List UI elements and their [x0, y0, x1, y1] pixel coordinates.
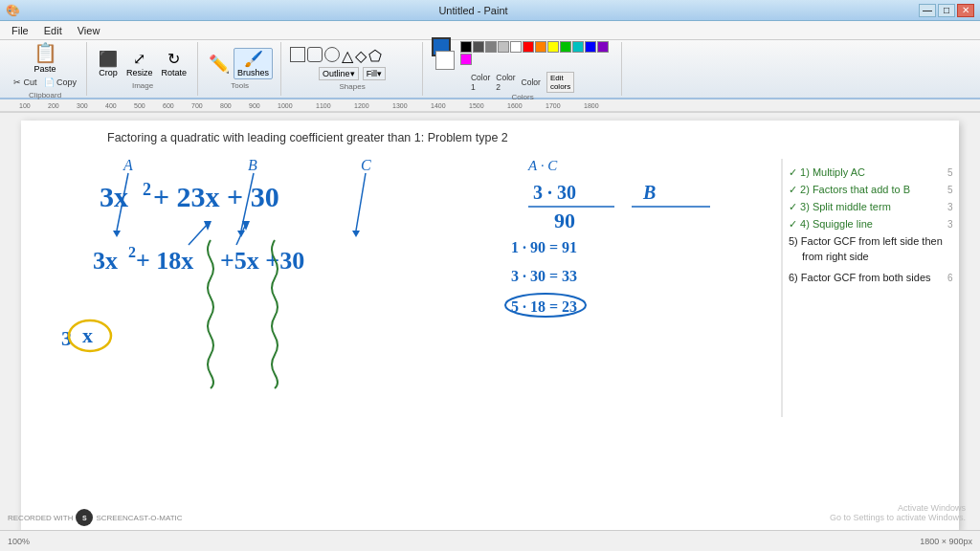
svg-text:6) Factor GCF from both sides: 6) Factor GCF from both sides [789, 272, 931, 283]
outline-btn[interactable]: Outline▾ [319, 67, 359, 80]
palette-lgray[interactable] [498, 41, 509, 53]
svg-text:+ 18x: + 18x [136, 247, 193, 275]
svg-text:100: 100 [19, 102, 31, 109]
svg-text:✓ 1) Multiply AC: ✓ 1) Multiply AC [789, 166, 865, 178]
window-title: Untitled - Paint [28, 5, 919, 16]
svg-text:1800: 1800 [584, 102, 599, 109]
ribbon-group-tools: ✏️ 🖌️Brushes Tools [199, 42, 281, 96]
palette-magenta[interactable] [460, 54, 472, 65]
svg-text:B: B [248, 157, 257, 173]
svg-text:6: 6 [947, 273, 953, 283]
svg-text:+ 23x + 30: + 23x + 30 [153, 181, 279, 212]
menu-file[interactable]: File [4, 25, 36, 36]
shape-round-rect[interactable] [307, 47, 323, 62]
svg-text:✓ 4) Squiggle line: ✓ 4) Squiggle line [789, 218, 873, 230]
svg-text:A: A [122, 157, 133, 173]
crop-btn[interactable]: ⬛Crop [96, 49, 121, 78]
svg-marker-27 [113, 231, 121, 237]
palette-black[interactable] [460, 41, 472, 53]
svg-text:500: 500 [134, 102, 145, 109]
window-controls: — □ ✕ [919, 4, 974, 17]
svg-text:✓ 3) Split middle term: ✓ 3) Split middle term [789, 201, 891, 212]
svg-text:3x: 3x [93, 247, 118, 275]
screencast-logo: S [76, 509, 93, 526]
shape-pentagon[interactable]: ⬠ [368, 47, 382, 65]
screencast-brand: SCREENCAST-O-MATIC [96, 514, 182, 522]
edit-colors-btn[interactable]: Editcolors [546, 72, 574, 93]
palette-white[interactable] [510, 41, 522, 53]
shape-rect[interactable] [290, 47, 305, 62]
dimensions-label: 1800 × 900px [920, 537, 972, 546]
paste-btn[interactable]: 📋 Paste [32, 39, 59, 76]
svg-line-38 [236, 224, 246, 245]
shape-diamond[interactable]: ◇ [355, 47, 367, 65]
palette-yellow[interactable] [547, 41, 559, 53]
shape-ellipse[interactable] [324, 47, 340, 62]
whiteboard: Factoring a quadratic with leading coeff… [21, 121, 959, 530]
svg-text:2: 2 [143, 180, 151, 199]
recorded-with-label: RECORDED WITH [8, 514, 73, 522]
svg-text:3 · 30  =  33: 3 · 30 = 33 [511, 268, 577, 284]
svg-text:1400: 1400 [431, 102, 446, 109]
palette-gray[interactable] [485, 41, 497, 53]
svg-text:5) Factor GCF from left side t: 5) Factor GCF from left side then [789, 235, 943, 247]
brush-tool[interactable]: 🖌️Brushes [234, 48, 273, 79]
pencil-tool[interactable]: ✏️ [207, 52, 232, 77]
image-label: Image [132, 81, 153, 90]
ribbon-group-image: ⬛Crop ⤢Resize ↻Rotate Image [88, 42, 198, 96]
svg-text:400: 400 [105, 102, 117, 109]
color2-swatch[interactable] [435, 51, 455, 70]
svg-text:2: 2 [128, 244, 136, 260]
svg-text:C: C [361, 157, 371, 173]
svg-text:600: 600 [163, 102, 174, 109]
activate-windows-line2: Go to Settings to activate Windows. [830, 513, 966, 522]
svg-text:1000: 1000 [278, 102, 293, 109]
resize-btn[interactable]: ⤢Resize [123, 49, 156, 78]
tools-label: Tools [231, 81, 249, 90]
palette-purple[interactable] [597, 41, 609, 53]
palette-dgray[interactable] [473, 41, 484, 53]
menu-view[interactable]: View [70, 25, 108, 36]
maximize-btn[interactable]: □ [938, 4, 955, 17]
svg-text:1100: 1100 [316, 102, 331, 109]
svg-text:1300: 1300 [392, 102, 408, 109]
svg-text:+5x +30: +5x +30 [220, 247, 304, 275]
shapes-label: Shapes [340, 82, 366, 91]
cut-btn[interactable]: ✂ Cut [11, 77, 39, 88]
svg-text:900: 900 [249, 102, 260, 109]
svg-text:x: x [82, 323, 93, 347]
svg-text:1200: 1200 [354, 102, 369, 109]
svg-text:Factoring a quadratic with lea: Factoring a quadratic with leading coeff… [107, 131, 508, 144]
svg-text:5: 5 [947, 167, 953, 178]
menu-edit[interactable]: Edit [36, 25, 70, 36]
svg-text:1700: 1700 [546, 102, 561, 109]
close-btn[interactable]: ✕ [957, 4, 974, 17]
svg-text:3: 3 [947, 202, 953, 212]
ribbon-group-shapes: △ ◇ ⬠ Outline▾ Fill▾ Shapes [282, 42, 423, 96]
activate-windows-notice: Activate Windows Go to Settings to activ… [830, 503, 966, 522]
svg-line-36 [189, 224, 208, 245]
minimize-btn[interactable]: — [919, 4, 936, 17]
svg-text:300: 300 [77, 102, 88, 109]
canvas-area[interactable]: Factoring a quadratic with leading coeff… [0, 113, 980, 530]
palette-green[interactable] [560, 41, 571, 53]
copy-btn[interactable]: 📄 Copy [42, 77, 79, 88]
ribbon: 📋 Paste ✂ Cut 📄 Copy Clipboard ⬛Crop ⤢Re… [0, 40, 980, 99]
svg-text:200: 200 [48, 102, 59, 109]
svg-text:3 · 30: 3 · 30 [533, 182, 576, 203]
shape-triangle[interactable]: △ [342, 47, 353, 65]
palette-orange[interactable] [535, 41, 546, 53]
fill-btn[interactable]: Fill▾ [363, 67, 387, 80]
rotate-btn[interactable]: ↻Rotate [159, 49, 190, 78]
svg-text:✓ 2) Factors that add to B: ✓ 2) Factors that add to B [789, 184, 910, 195]
palette-blue[interactable] [585, 41, 596, 53]
svg-text:1600: 1600 [507, 102, 523, 109]
svg-text:5 · 18  =  23: 5 · 18 = 23 [511, 298, 577, 315]
svg-marker-31 [352, 231, 360, 237]
svg-line-30 [356, 173, 366, 231]
palette-cyan[interactable] [572, 41, 584, 53]
svg-text:1 · 90  =  91: 1 · 90 = 91 [511, 239, 577, 255]
palette-red[interactable] [523, 41, 534, 53]
title-bar: 🎨 Untitled - Paint — □ ✕ [0, 0, 980, 21]
status-bar: 100% 1800 × 900px [0, 530, 980, 551]
